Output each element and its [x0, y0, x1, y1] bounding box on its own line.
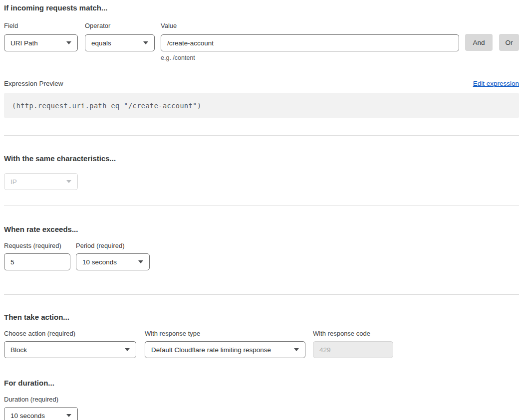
chevron-down-icon	[138, 260, 143, 263]
response-code-group: With response code	[313, 330, 393, 358]
choose-action-label: Choose action (required)	[4, 330, 136, 337]
period-group: Period (required) 10 seconds	[76, 242, 150, 270]
field-dropdown[interactable]: URI Path	[4, 34, 78, 51]
duration-label: Duration (required)	[4, 396, 78, 403]
duration-dropdown[interactable]: 10 seconds	[4, 407, 78, 420]
choose-action-group: Choose action (required) Block	[4, 330, 136, 358]
field-group: Field URI Path	[4, 22, 78, 51]
chevron-down-icon	[66, 414, 71, 417]
value-group: Value e.g. /content	[161, 22, 459, 61]
chevron-down-icon	[143, 41, 148, 44]
field-label: Field	[4, 22, 78, 29]
period-label: Period (required)	[76, 242, 150, 249]
section-divider	[4, 135, 519, 136]
and-button[interactable]: And	[465, 34, 493, 51]
response-type-dropdown[interactable]: Default Cloudflare rate limiting respons…	[145, 341, 305, 358]
chevron-down-icon	[294, 348, 299, 351]
field-dropdown-value: URI Path	[10, 39, 38, 47]
section-title-duration: For duration...	[4, 379, 519, 388]
section-title-characteristics: With the same characteristics...	[4, 154, 519, 163]
operator-dropdown[interactable]: equals	[85, 34, 155, 51]
duration-group: Duration (required) 10 seconds	[4, 396, 78, 420]
period-dropdown-value: 10 seconds	[82, 258, 117, 266]
rate-limiting-rule-form: If incoming requests match... Field URI …	[0, 0, 523, 420]
or-button[interactable]: Or	[499, 34, 519, 51]
action-row: Choose action (required) Block With resp…	[4, 330, 519, 358]
requests-label: Requests (required)	[4, 242, 70, 249]
operator-group: Operator equals	[85, 22, 155, 51]
choose-action-dropdown[interactable]: Block	[4, 341, 136, 358]
requests-group: Requests (required)	[4, 242, 70, 270]
operator-dropdown-value: equals	[91, 39, 111, 47]
response-type-dropdown-value: Default Cloudflare rate limiting respons…	[151, 346, 271, 354]
expression-preview-header: Expression Preview Edit expression	[4, 80, 519, 87]
section-title-rate: When rate exceeds...	[4, 225, 519, 234]
characteristic-dropdown: IP	[4, 173, 78, 190]
chevron-down-icon	[125, 348, 130, 351]
expression-preview-label: Expression Preview	[4, 80, 63, 87]
edit-expression-link[interactable]: Edit expression	[473, 80, 519, 87]
response-type-group: With response type Default Cloudflare ra…	[145, 330, 305, 358]
operator-label: Operator	[85, 22, 155, 29]
section-title-incoming-requests: If incoming requests match...	[4, 3, 519, 12]
chevron-down-icon	[66, 180, 71, 183]
expression-text: (http.request.uri.path eq "/create-accou…	[12, 102, 202, 110]
response-code-label: With response code	[313, 330, 393, 337]
chevron-down-icon	[66, 41, 71, 44]
match-expression-row: Field URI Path Operator equals Value e.g…	[4, 22, 519, 61]
section-divider	[4, 294, 519, 295]
period-dropdown[interactable]: 10 seconds	[76, 253, 150, 270]
expression-preview-code: (http.request.uri.path eq "/create-accou…	[4, 93, 519, 118]
response-type-label: With response type	[145, 330, 305, 337]
rate-row: Requests (required) Period (required) 10…	[4, 242, 519, 270]
response-code-input	[313, 341, 393, 358]
value-label: Value	[161, 22, 459, 29]
section-title-action: Then take action...	[4, 313, 519, 322]
duration-dropdown-value: 10 seconds	[10, 412, 45, 420]
choose-action-dropdown-value: Block	[10, 346, 27, 354]
characteristic-dropdown-value: IP	[10, 178, 17, 186]
section-divider	[4, 206, 519, 206]
value-input[interactable]	[161, 34, 459, 51]
requests-input[interactable]	[4, 253, 70, 270]
value-hint: e.g. /content	[161, 54, 459, 61]
